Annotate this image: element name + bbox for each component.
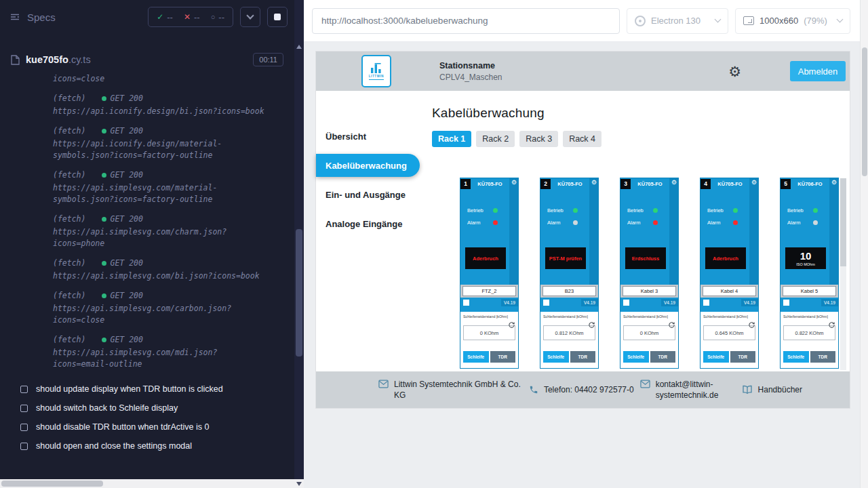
settings-gear-icon[interactable]: ⚙ [728,64,741,79]
cards-scrollbar[interactable] [840,178,846,370]
book-icon [742,385,753,394]
card-number: 5 [781,179,791,189]
rack-tab[interactable]: Rack 1 [432,131,471,147]
card-button-schleife[interactable]: Schleife [623,351,649,363]
card-button-tdr[interactable]: TDR [650,351,676,363]
sidebar-item[interactable]: Analoge Eingänge [316,212,421,235]
card-measure-panel: Schleifenwiderstand [kOhm] 0.812 KOhm Sc… [540,312,598,368]
specs-label: Specs [27,12,56,23]
card-side-strip [509,178,518,285]
runner-hscrollbar[interactable] [0,479,294,488]
sidebar-item[interactable]: Ein- und Ausgänge [316,183,421,206]
scroll-up-arrow-icon[interactable] [296,45,302,49]
refresh-icon[interactable] [668,321,675,329]
test-row[interactable]: should open and close the settings modal [20,436,294,455]
log-status-text: GET 200 [110,214,142,225]
log-status-text: GET 200 [110,125,142,137]
device-card: ⚙ 2 KÜ705-FO BetriebAlarm PST-M prüfen B… [540,178,599,369]
log-status-text: GET 200 [110,169,142,181]
card-button-schleife[interactable]: Schleife [783,351,809,363]
refresh-icon[interactable] [588,321,595,329]
sidebar-item[interactable]: Übersicht [316,125,421,148]
device-card: ⚙ 3 KÜ705-FO BetriebAlarm Erdschluss Kab… [620,178,679,369]
specs-menu-icon[interactable] [9,12,20,22]
card-button-schleife[interactable]: Schleife [703,351,729,363]
led-label: Alarm [467,220,488,226]
page-scrollbar-thumb[interactable] [862,47,867,176]
logout-button[interactable]: Abmelden [790,61,846,81]
card-button-tdr[interactable]: TDR [810,351,836,363]
card-side-strip [669,178,678,285]
card-button-schleife[interactable]: Schleife [463,351,489,363]
cards-scrollbar-thumb[interactable] [840,178,846,266]
main-content: Kabelüberwachung Rack 1 Rack 2 Rack 3 Ra… [421,91,850,371]
test-label: should update display when TDR button is… [36,384,223,394]
card-version: V4.19 [581,299,598,306]
test-row[interactable]: should disable TDR button when tdrActive… [20,418,294,436]
scroll-down-arrow-icon[interactable] [296,482,302,486]
card-version: V4.19 [741,299,758,306]
card-mini-box [463,300,469,306]
scrollbar-corner [294,479,304,488]
runner-scrollbar[interactable] [294,0,304,479]
card-settings-icon[interactable]: ⚙ [831,180,837,186]
test-stats: ✓-- ✕-- ○-- [148,7,233,27]
rack-tabs: Rack 1 Rack 2 Rack 3 Rack 4 [432,131,850,147]
card-mini-box [703,300,709,306]
runner-header: Specs ✓-- ✕-- ○-- [0,0,294,34]
collapse-toolbar-button[interactable] [240,7,260,27]
card-settings-icon[interactable]: ⚙ [591,180,597,186]
refresh-icon[interactable] [828,321,835,329]
card-button-schleife[interactable]: Schleife [543,351,569,363]
hscrollbar-thumb[interactable] [1,481,103,487]
refresh-icon[interactable] [508,321,515,329]
card-mini-box [783,300,789,306]
card-settings-icon[interactable]: ⚙ [751,180,757,186]
log-tag: (fetch) [53,169,85,181]
refresh-icon[interactable] [748,321,755,329]
rack-tab[interactable]: Rack 4 [563,131,601,147]
card-button-tdr[interactable]: TDR [730,351,756,363]
test-row[interactable]: should switch back to Schleife display [20,399,294,418]
led-label: Betrieb [547,207,568,214]
card-status-display: 10ISO MOhm [785,247,826,269]
browser-selector[interactable]: Electron 130 [627,8,728,34]
station-info: Stationsname CPLV4_Maschen [439,61,502,82]
test-state-icon [20,405,28,412]
card-button-tdr[interactable]: TDR [490,351,516,363]
card-name: Kabel 5 [783,286,836,296]
card-buttons: SchleifeTDR [543,351,595,363]
test-state-icon [20,424,28,431]
card-side-strip [829,178,838,285]
viewport-selector[interactable]: 1000x660 (79%) [735,8,850,34]
sidebar-item[interactable]: Kabelüberwachung [316,154,420,177]
page-scrollbar[interactable] [860,0,868,488]
measure-label: Schleifenwiderstand [kOhm] [543,314,595,319]
card-button-tdr[interactable]: TDR [570,351,596,363]
card-settings-icon[interactable]: ⚙ [671,180,677,186]
card-name: FTZ_2 [462,286,516,296]
log-url: https://api.simplesvg.com/mdi.json?icons… [53,347,269,370]
electron-icon [635,16,646,26]
log-status-text: GET 200 [110,258,142,269]
log-entry: (fetch) GET 200 https://api.iconify.desi… [53,125,282,161]
status-dot-icon [102,129,106,134]
footer-item-text: Handbücher [758,384,802,395]
rack-tab[interactable]: Rack 3 [519,131,558,147]
test-row[interactable]: should update display when TDR button is… [20,380,294,399]
scrollbar-thumb[interactable] [296,229,302,357]
led-indicator [573,220,578,225]
log-url: https://api.simplesvg.com/material-symbo… [53,182,269,205]
pending-icon: ○ [211,13,216,21]
card-settings-icon[interactable]: ⚙ [511,180,517,186]
test-label: should open and close the settings modal [36,441,192,451]
log-status-text: GET 200 [110,290,142,302]
stop-button[interactable] [267,7,288,27]
url-input[interactable]: http://localhost:3000/kabelueberwachung [312,8,620,34]
spec-title[interactable]: kue705fo.cy.ts [26,54,91,66]
card-measure-panel: Schleifenwiderstand [kOhm] 0 KOhm Schlei… [460,312,518,368]
card-buttons: SchleifeTDR [703,351,755,363]
rack-tab[interactable]: Rack 2 [476,131,515,147]
viewport-size: 1000x660 [760,16,798,26]
log-url: https://api.simplesvg.com/carbon.json?ic… [53,303,269,326]
